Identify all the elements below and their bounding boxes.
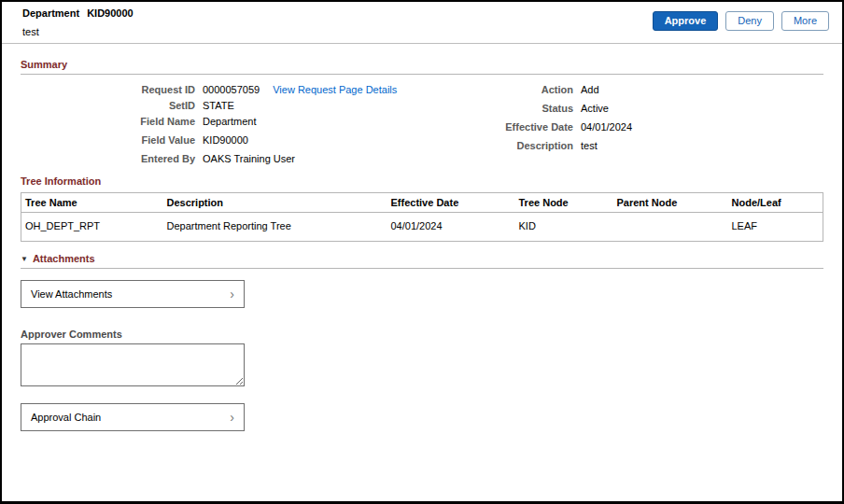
header-action-buttons: Approve Deny More xyxy=(653,7,829,31)
field-name-value: Department xyxy=(203,116,256,127)
col-tree-node: Tree Node xyxy=(515,193,613,213)
request-id-value: 0000057059 xyxy=(203,84,260,95)
status-label: Status xyxy=(459,103,581,114)
entered-by-label: Entered By xyxy=(21,153,203,164)
title-block: DepartmentKID90000 test xyxy=(22,7,134,37)
action-label: Action xyxy=(459,84,581,95)
request-id-label: Request ID xyxy=(21,84,203,95)
field-row-request-id: Request ID 0000057059 View Request Page … xyxy=(21,84,459,95)
col-effective-date: Effective Date xyxy=(387,193,515,213)
status-value: Active xyxy=(581,103,609,114)
chevron-right-icon: › xyxy=(230,287,234,301)
description-label: Description xyxy=(459,140,581,151)
collapse-triangle-icon: ▼ xyxy=(21,255,28,263)
tree-information-section-title: Tree Information xyxy=(21,175,823,187)
effective-date-label: Effective Date xyxy=(459,121,581,133)
setid-value: STATE xyxy=(203,100,234,111)
attachments-section-toggle[interactable]: ▼ Attachments xyxy=(21,253,823,264)
page-title-label: Department xyxy=(22,7,79,19)
page-title: DepartmentKID90000 xyxy=(22,7,134,19)
deny-button[interactable]: Deny xyxy=(725,11,774,31)
approval-chain-button[interactable]: Approval Chain › xyxy=(21,403,245,431)
page-header: DepartmentKID90000 test Approve Deny Mor… xyxy=(2,2,842,44)
field-row-effective-date: Effective Date 04/01/2024 xyxy=(459,121,814,133)
approver-comments-textarea[interactable] xyxy=(21,343,245,386)
chevron-right-icon: › xyxy=(230,411,234,424)
page-title-value: KID90000 xyxy=(87,7,134,19)
view-request-details-link[interactable]: View Request Page Details xyxy=(273,84,397,95)
col-parent-node: Parent Node xyxy=(613,193,728,213)
approver-comments-label: Approver Comments xyxy=(21,329,823,340)
tree-information-table: Tree Name Description Effective Date Tre… xyxy=(21,192,823,242)
field-name-label: Field Name xyxy=(21,116,203,127)
field-row-status: Status Active xyxy=(459,103,814,114)
col-node-leaf: Node/Leaf xyxy=(728,193,823,213)
view-attachments-button[interactable]: View Attachments › xyxy=(21,280,245,308)
cell-tree-name: OH_DEPT_RPT xyxy=(21,213,163,242)
page-subtitle: test xyxy=(22,26,134,37)
summary-grid: Request ID 0000057059 View Request Page … xyxy=(21,84,823,172)
field-row-description: Description test xyxy=(459,140,814,151)
cell-parent-node xyxy=(613,213,728,242)
cell-tree-node: KID xyxy=(515,213,613,242)
field-row-field-value: Field Value KID90000 xyxy=(21,134,459,146)
action-value: Add xyxy=(581,84,599,95)
cell-effective-date: 04/01/2024 xyxy=(387,213,515,242)
approval-chain-wrap: Approval Chain › xyxy=(21,403,823,431)
tree-table-header-row: Tree Name Description Effective Date Tre… xyxy=(21,193,823,213)
cell-description: Department Reporting Tree xyxy=(163,213,387,242)
field-row-entered-by: Entered By OAKS Training User xyxy=(21,153,459,164)
summary-divider xyxy=(21,74,823,75)
effective-date-value: 04/01/2024 xyxy=(581,121,632,133)
summary-section-title: Summary xyxy=(21,59,823,70)
approval-chain-label: Approval Chain xyxy=(31,412,101,423)
field-row-setid: SetID STATE xyxy=(21,100,459,111)
attachments-section-title: Attachments xyxy=(33,253,95,264)
attachments-divider xyxy=(21,268,823,269)
view-attachments-label: View Attachments xyxy=(31,288,112,300)
field-row-action: Action Add xyxy=(459,84,814,95)
field-value-label: Field Value xyxy=(21,134,203,146)
description-value: test xyxy=(581,140,598,151)
approval-page: DepartmentKID90000 test Approve Deny Mor… xyxy=(0,0,844,504)
page-content: Summary Request ID 0000057059 View Reque… xyxy=(2,44,842,431)
setid-label: SetID xyxy=(21,100,203,111)
approve-button[interactable]: Approve xyxy=(653,11,719,31)
entered-by-value: OAKS Training User xyxy=(203,153,295,164)
col-tree-name: Tree Name xyxy=(21,193,163,213)
more-button[interactable]: More xyxy=(781,11,829,31)
summary-left-column: Request ID 0000057059 View Request Page … xyxy=(21,84,459,172)
field-value-value: KID90000 xyxy=(203,134,248,146)
tree-table-row[interactable]: OH_DEPT_RPT Department Reporting Tree 04… xyxy=(21,213,823,242)
cell-node-leaf: LEAF xyxy=(728,213,823,242)
field-row-field-name: Field Name Department xyxy=(21,116,459,127)
summary-right-column: Action Add Status Active Effective Date … xyxy=(459,84,814,172)
col-description: Description xyxy=(163,193,387,213)
